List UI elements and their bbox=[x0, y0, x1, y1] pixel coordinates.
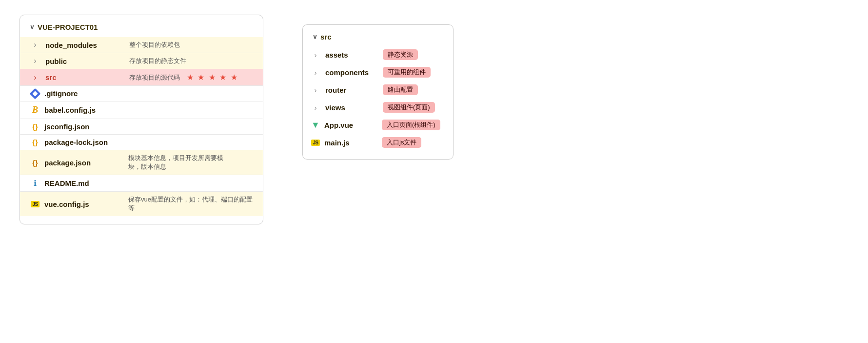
folder-chevron-icon: › bbox=[30, 40, 40, 49]
json-icon: {} bbox=[30, 159, 40, 167]
src-row-components[interactable]: › components 可重用的组件 bbox=[303, 63, 453, 81]
git-icon bbox=[30, 90, 40, 98]
collapse-chevron[interactable]: ∨ bbox=[30, 23, 35, 31]
file-row-package-lock[interactable]: {} package-lock.json bbox=[20, 135, 263, 150]
js-icon: JS bbox=[30, 201, 40, 207]
file-row-babel[interactable]: B babel.config.js bbox=[20, 101, 263, 119]
json-icon: {} bbox=[30, 122, 40, 131]
vue-icon: ▼ bbox=[311, 120, 320, 130]
src-row-router[interactable]: › router 路由配置 bbox=[303, 81, 453, 99]
babel-icon: B bbox=[30, 105, 40, 115]
file-row-node-modules[interactable]: › node_modules 整个项目的依赖包 bbox=[20, 37, 263, 53]
right-src-tree: ∨ src › assets 静态资源 › components 可重用的组件 … bbox=[302, 24, 454, 160]
folder-chevron-icon: › bbox=[30, 73, 40, 82]
right-panel-title: ∨ src bbox=[303, 33, 453, 46]
left-file-tree: ∨ VUE-PROJECT01 › node_modules 整个项目的依赖包 … bbox=[20, 15, 263, 224]
js-file-icon: JS bbox=[311, 140, 320, 146]
src-row-appvue[interactable]: ▼ App.vue 入口页面(根组件) bbox=[303, 116, 453, 134]
folder-chevron-icon: › bbox=[311, 86, 320, 94]
file-row-public[interactable]: › public 存放项目的静态文件 bbox=[20, 53, 263, 69]
src-row-assets[interactable]: › assets 静态资源 bbox=[303, 46, 453, 63]
file-row-gitignore[interactable]: .gitignore bbox=[20, 86, 263, 101]
folder-chevron-icon: › bbox=[311, 51, 320, 59]
left-panel-title: ∨ VUE-PROJECT01 bbox=[20, 23, 263, 37]
src-row-views[interactable]: › views 视图组件(页面) bbox=[303, 99, 453, 116]
file-row-package[interactable]: {} package.json 模块基本信息，项目开发所需要模块，版本信息 bbox=[20, 150, 263, 175]
file-row-vueconfig[interactable]: JS vue.config.js 保存vue配置的文件，如：代理、端口的配置等 bbox=[20, 192, 263, 216]
collapse-chevron-right[interactable]: ∨ bbox=[313, 33, 317, 40]
file-row-jsconfig[interactable]: {} jsconfig.json bbox=[20, 119, 263, 134]
folder-chevron-icon: › bbox=[311, 68, 320, 77]
folder-chevron-icon: › bbox=[311, 103, 320, 112]
file-row-readme[interactable]: ℹ README.md bbox=[20, 175, 263, 191]
info-icon: ℹ bbox=[30, 179, 40, 188]
file-row-src[interactable]: › src 存放项目的源代码 ★ ★ ★ ★ ★ bbox=[20, 69, 263, 85]
src-row-mainjs[interactable]: JS main.js 入口js文件 bbox=[303, 134, 453, 151]
json-icon: {} bbox=[30, 138, 40, 146]
folder-chevron-icon: › bbox=[30, 57, 40, 65]
